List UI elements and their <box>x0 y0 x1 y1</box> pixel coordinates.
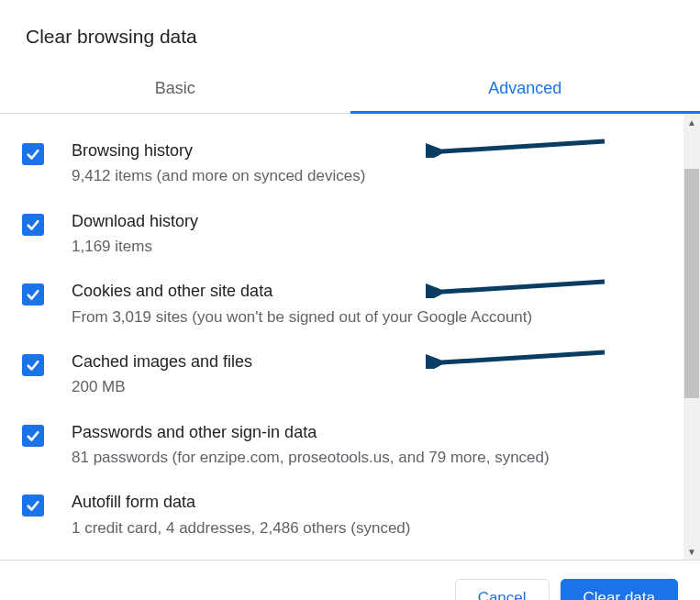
item-text: Cookies and other site dataFrom 3,019 si… <box>72 280 674 328</box>
list-item: Autofill form data1 credit card, 4 addre… <box>22 480 674 550</box>
item-title: Browsing history <box>72 139 674 162</box>
checkmark-icon <box>25 286 41 303</box>
item-subtitle: 1,169 items <box>72 235 674 259</box>
item-subtitle: 81 passwords (for enzipe.com, proseotool… <box>72 446 674 470</box>
tab-basic[interactable]: Basic <box>0 64 350 113</box>
checkmark-icon <box>25 357 41 373</box>
list-item: Cookies and other site dataFrom 3,019 si… <box>22 269 674 339</box>
item-subtitle: 1 credit card, 4 addresses, 2,486 others… <box>72 517 674 540</box>
checkmark-icon <box>25 497 41 514</box>
tab-advanced-label: Advanced <box>488 79 561 97</box>
checkbox[interactable] <box>22 214 44 236</box>
item-text: Browsing history9,412 items (and more on… <box>72 139 674 188</box>
list-item: Passwords and other sign-in data81 passw… <box>22 410 674 481</box>
dialog-footer: Cancel Clear data <box>0 560 700 600</box>
item-subtitle: 200 MB <box>72 375 674 399</box>
item-text: Download history1,169 items <box>72 210 674 259</box>
item-subtitle: 9,412 items (and more on synced devices) <box>72 164 674 188</box>
cancel-button[interactable]: Cancel <box>455 579 550 600</box>
item-text: Passwords and other sign-in data81 passw… <box>72 421 674 470</box>
scroll-down-icon[interactable]: ▼ <box>683 543 700 560</box>
item-title: Autofill form data <box>72 491 674 514</box>
checkmark-icon <box>25 428 41 444</box>
item-subtitle: From 3,019 sites (you won't be signed ou… <box>72 306 674 329</box>
checkbox[interactable] <box>22 425 44 447</box>
content-area: Browsing history9,412 items (and more on… <box>0 114 700 560</box>
tab-basic-label: Basic <box>155 79 195 97</box>
clear-browsing-data-dialog: Clear browsing data Basic Advanced Brows… <box>0 0 700 600</box>
checkbox[interactable] <box>22 354 44 376</box>
list-item: Browsing history9,412 items (and more on… <box>22 128 674 199</box>
checkbox[interactable] <box>22 283 44 306</box>
cancel-button-label: Cancel <box>478 589 527 600</box>
clear-data-button-label: Clear data <box>583 589 655 600</box>
scrollbar[interactable]: ▲ ▼ <box>683 114 700 560</box>
item-text: Cached images and files200 MB <box>72 350 674 399</box>
item-title: Cookies and other site data <box>72 280 674 303</box>
checkbox[interactable] <box>22 494 44 517</box>
list-item: Download history1,169 items <box>22 199 674 270</box>
scroll-thumb[interactable] <box>684 169 699 398</box>
item-title: Download history <box>72 210 674 233</box>
tab-bar: Basic Advanced <box>0 64 700 114</box>
item-title: Passwords and other sign-in data <box>72 421 674 444</box>
checkmark-icon <box>25 146 41 162</box>
clear-data-button[interactable]: Clear data <box>561 579 678 600</box>
tab-advanced[interactable]: Advanced <box>350 64 701 113</box>
list-item: Cached images and files200 MB <box>22 339 674 410</box>
scroll-up-icon[interactable]: ▲ <box>683 114 700 130</box>
checkbox[interactable] <box>22 143 44 165</box>
options-list: Browsing history9,412 items (and more on… <box>0 114 683 560</box>
dialog-title: Clear browsing data <box>0 0 700 64</box>
checkmark-icon <box>25 217 41 233</box>
item-title: Cached images and files <box>72 350 674 373</box>
item-text: Autofill form data1 credit card, 4 addre… <box>72 491 674 539</box>
